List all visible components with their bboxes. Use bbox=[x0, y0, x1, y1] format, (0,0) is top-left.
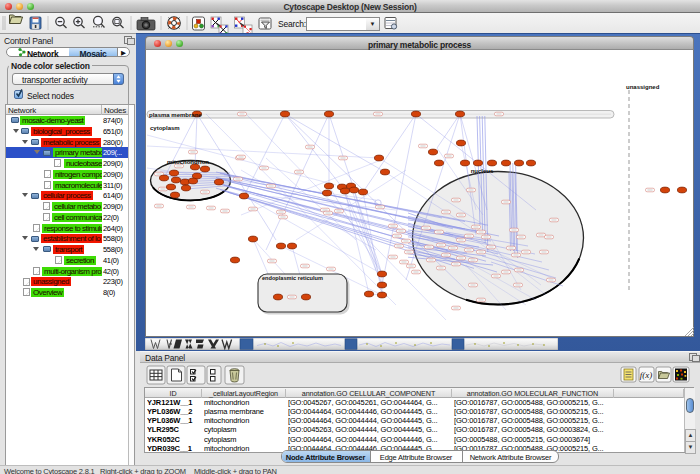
svg-text:unassigned: unassigned bbox=[626, 84, 660, 90]
svg-text:plasma membrane: plasma membrane bbox=[149, 112, 202, 118]
svg-text:endoplasmic reticulum: endoplasmic reticulum bbox=[262, 275, 323, 281]
svg-text:f(x): f(x) bbox=[640, 370, 653, 380]
svg-text:mitochondrion: mitochondrion bbox=[167, 159, 209, 165]
svg-text:cytoplasm: cytoplasm bbox=[150, 125, 180, 131]
svg-text:nucleus: nucleus bbox=[471, 168, 494, 174]
